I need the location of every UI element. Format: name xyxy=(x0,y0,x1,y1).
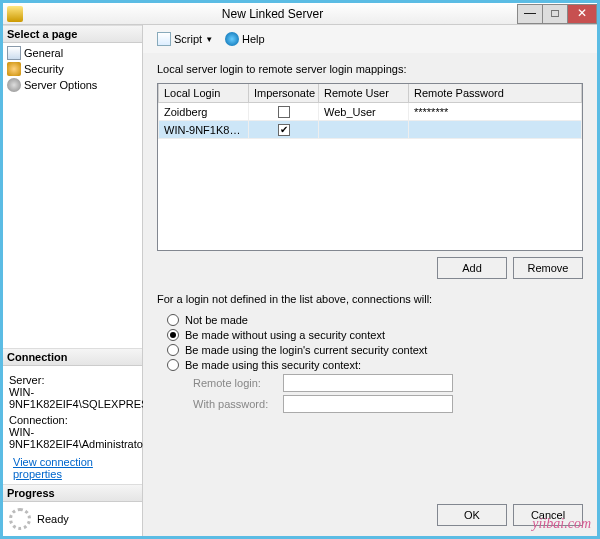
help-icon xyxy=(225,32,239,46)
page-label: Server Options xyxy=(24,79,97,91)
cell-remote-password[interactable] xyxy=(409,121,582,139)
radio-icon[interactable] xyxy=(167,329,179,341)
select-page-header: Select a page xyxy=(3,25,142,43)
remote-login-label: Remote login: xyxy=(193,377,283,389)
app-icon xyxy=(7,6,23,22)
toolbar: Script ▼ Help xyxy=(143,25,597,53)
dialog-window: New Linked Server — □ ✕ Select a page Ge… xyxy=(2,2,598,537)
page-general[interactable]: General xyxy=(3,45,142,61)
page-icon xyxy=(7,78,21,92)
view-connection-properties-link[interactable]: View connection properties xyxy=(9,456,136,480)
maximize-button[interactable]: □ xyxy=(542,4,568,24)
col-local-login[interactable]: Local Login xyxy=(159,84,249,103)
with-password-label: With password: xyxy=(193,398,283,410)
chevron-down-icon: ▼ xyxy=(205,35,213,44)
radio-icon[interactable] xyxy=(167,314,179,326)
page-label: General xyxy=(24,47,63,59)
table-row[interactable]: WIN-9NF1K82EIF4... ✔ xyxy=(159,121,582,139)
cell-remote-user[interactable] xyxy=(319,121,409,139)
server-value: WIN-9NF1K82EIF4\SQLEXPRES xyxy=(9,386,136,410)
checkbox-icon[interactable] xyxy=(278,106,290,118)
add-button[interactable]: Add xyxy=(437,257,507,279)
checkbox-icon[interactable]: ✔ xyxy=(278,124,290,136)
progress-header: Progress xyxy=(3,484,142,502)
page-icon xyxy=(7,62,21,76)
page-label: Security xyxy=(24,63,64,75)
table-row[interactable]: Zoidberg Web_User ******** xyxy=(159,103,582,121)
connection-value: WIN-9NF1K82EIF4\Administrator xyxy=(9,426,136,450)
cell-remote-user[interactable]: Web_User xyxy=(319,103,409,121)
progress-spinner-icon xyxy=(9,508,31,530)
cancel-button[interactable]: Cancel xyxy=(513,504,583,526)
remote-login-input[interactable] xyxy=(283,374,453,392)
main-panel: Script ▼ Help Local server login to remo… xyxy=(143,25,597,536)
window-title: New Linked Server xyxy=(27,7,518,21)
radio-icon[interactable] xyxy=(167,359,179,371)
cell-local-login[interactable]: WIN-9NF1K82EIF4... xyxy=(159,121,249,139)
radio-this-security-context[interactable]: Be made using this security context: xyxy=(167,359,583,371)
remove-button[interactable]: Remove xyxy=(513,257,583,279)
with-password-input[interactable] xyxy=(283,395,453,413)
cell-impersonate[interactable]: ✔ xyxy=(249,121,319,139)
script-button[interactable]: Script ▼ xyxy=(151,30,219,48)
help-button[interactable]: Help xyxy=(219,30,271,48)
page-server-options[interactable]: Server Options xyxy=(3,77,142,93)
server-label: Server: xyxy=(9,374,136,386)
ok-button[interactable]: OK xyxy=(437,504,507,526)
login-mappings-grid[interactable]: Local Login Impersonate Remote User Remo… xyxy=(157,83,583,251)
radio-no-security-context[interactable]: Be made without using a security context xyxy=(167,329,583,341)
minimize-button[interactable]: — xyxy=(517,4,543,24)
cell-impersonate[interactable] xyxy=(249,103,319,121)
close-button[interactable]: ✕ xyxy=(567,4,597,24)
connection-mode-group: Not be made Be made without using a secu… xyxy=(157,311,583,416)
titlebar[interactable]: New Linked Server — □ ✕ xyxy=(3,3,597,25)
undefined-login-caption: For a login not defined in the list abov… xyxy=(157,293,583,305)
radio-not-be-made[interactable]: Not be made xyxy=(167,314,583,326)
radio-icon[interactable] xyxy=(167,344,179,356)
mappings-caption: Local server login to remote server logi… xyxy=(157,63,583,75)
page-icon xyxy=(7,46,21,60)
connection-header: Connection xyxy=(3,348,142,366)
cell-local-login[interactable]: Zoidberg xyxy=(159,103,249,121)
radio-login-security-context[interactable]: Be made using the login's current securi… xyxy=(167,344,583,356)
col-remote-password[interactable]: Remote Password xyxy=(409,84,582,103)
sidebar: Select a page General Security Server Op… xyxy=(3,25,143,536)
page-security[interactable]: Security xyxy=(3,61,142,77)
cell-remote-password[interactable]: ******** xyxy=(409,103,582,121)
connection-label: Connection: xyxy=(9,414,136,426)
col-impersonate[interactable]: Impersonate xyxy=(249,84,319,103)
col-remote-user[interactable]: Remote User xyxy=(319,84,409,103)
script-icon xyxy=(157,32,171,46)
progress-status: Ready xyxy=(37,513,69,525)
